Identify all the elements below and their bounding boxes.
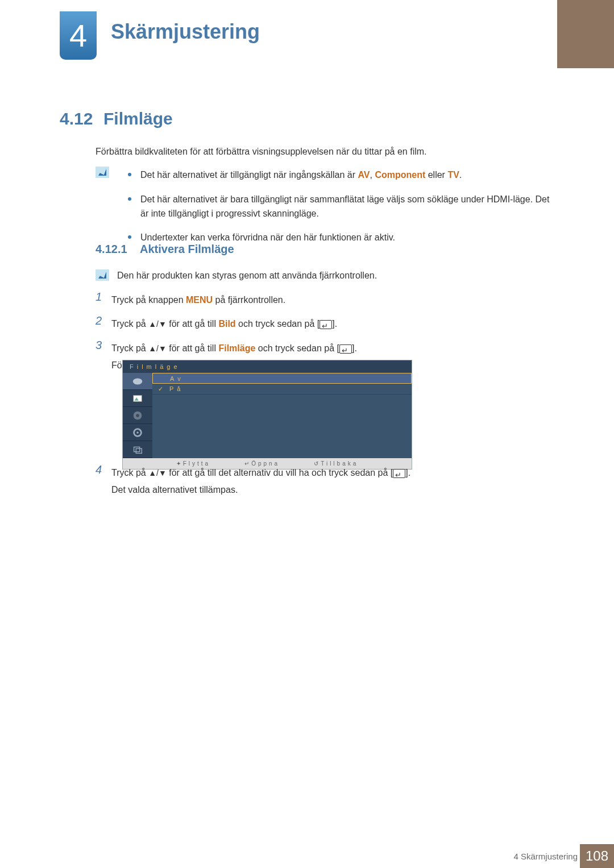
intro-paragraph: Förbättra bildkvaliteten för att förbätt… xyxy=(96,147,427,157)
osd-sidebar xyxy=(123,373,152,458)
text: ]. xyxy=(352,343,357,353)
step-1: 1 Tryck på knappen MENU på fjärrkontroll… xyxy=(96,290,550,309)
step-number: 1 xyxy=(96,290,111,304)
svg-rect-1 xyxy=(134,395,142,401)
step-2: 2 Tryck på ▲/▼ för att gå till Bild och … xyxy=(96,314,550,333)
text: Tryck på xyxy=(111,468,148,477)
svg-rect-8 xyxy=(136,448,142,453)
text: Det här alternativet är tillgängligt när… xyxy=(140,170,358,180)
text: Tryck på knappen xyxy=(111,295,186,305)
svg-rect-7 xyxy=(134,447,140,451)
osd-tab-input-icon xyxy=(123,373,152,390)
step-4: 4 Tryck på ▲/▼ för att gå till det alter… xyxy=(96,463,550,505)
osd-content: Av ✓ På xyxy=(152,373,412,458)
page-footer: 4 Skärmjustering 108 xyxy=(0,844,614,868)
highlight: Filmläge xyxy=(218,343,255,353)
highlight: TV xyxy=(447,170,459,180)
osd-title: Filmläge xyxy=(123,360,412,373)
up-down-arrow-icon: ▲/▼ xyxy=(148,319,167,329)
enter-icon xyxy=(393,469,405,478)
svg-point-6 xyxy=(136,431,139,434)
osd-tab-sound-icon xyxy=(123,407,152,424)
osd-empty xyxy=(152,394,412,435)
text: på fjärrkontrollen. xyxy=(213,295,285,305)
step-text: Tryck på ▲/▼ för att gå till Bild och tr… xyxy=(111,314,337,333)
subsection-number: 4.12.1 xyxy=(96,243,127,256)
highlight: Bild xyxy=(218,319,235,329)
enter-icon xyxy=(339,344,352,354)
remote-note: Den här produkten kan styras genom att a… xyxy=(117,271,377,281)
osd-tab-setup-icon xyxy=(123,424,152,441)
section-number: 4.12 xyxy=(60,109,93,128)
text: för att gå till det alternativ du vill h… xyxy=(167,468,393,477)
note-icon xyxy=(96,167,109,178)
footer-chapter-label: 4 Skärmjustering xyxy=(513,852,578,861)
osd-option-on: ✓ På xyxy=(152,384,412,394)
osd-screenshot: Filmläge Av ✓ xyxy=(122,360,412,470)
step-text: Tryck på knappen MENU på fjärrkontrollen… xyxy=(111,290,285,309)
text: . xyxy=(459,170,462,180)
text: eller xyxy=(425,170,447,180)
osd-tab-multi-icon xyxy=(123,441,152,458)
osd-option-off: Av xyxy=(152,373,412,384)
text: Det valda alternativet tillämpas. xyxy=(111,485,238,495)
note-text: Det här alternativet är bara tillgänglig… xyxy=(140,193,551,221)
subsection-title: Aktivera Filmläge xyxy=(140,243,234,256)
text: och tryck sedan på [ xyxy=(236,319,320,329)
text: och tryck sedan på [ xyxy=(255,343,339,353)
osd-option-label: På xyxy=(169,385,184,392)
note-item: Det här alternativet är bara tillgänglig… xyxy=(128,193,551,221)
text: Tryck på xyxy=(111,319,148,329)
section-title: Filmläge xyxy=(103,109,173,128)
text: Tryck på xyxy=(111,343,148,353)
osd-tab-picture-icon xyxy=(123,390,152,407)
bullet-icon xyxy=(128,197,131,201)
note-text: Det här alternativet är tillgängligt när… xyxy=(140,168,462,182)
osd-option-label: Av xyxy=(170,375,184,382)
up-down-arrow-icon: ▲/▼ xyxy=(148,344,167,353)
step-number: 4 xyxy=(96,463,111,476)
note-icon xyxy=(96,269,109,281)
step-text: Tryck på ▲/▼ för att gå till det alterna… xyxy=(111,463,410,499)
highlight: MENU xyxy=(186,295,213,305)
bullet-icon xyxy=(128,235,131,239)
step-number: 2 xyxy=(96,314,111,327)
text: för att gå till xyxy=(167,343,219,353)
text: ]. xyxy=(332,319,337,329)
highlight: AV xyxy=(358,170,370,180)
step-number: 3 xyxy=(96,339,111,352)
up-down-arrow-icon: ▲/▼ xyxy=(148,468,167,477)
chapter-number-badge: 4 xyxy=(60,11,97,60)
text: ]. xyxy=(405,468,410,477)
osd-check-icon: ✓ xyxy=(158,385,164,393)
page-number: 108 xyxy=(580,844,614,868)
chapter-title: Skärmjustering xyxy=(111,20,260,44)
bullet-icon xyxy=(128,173,131,176)
header-accent xyxy=(557,0,614,68)
highlight: Component xyxy=(375,170,425,180)
text: för att gå till xyxy=(167,319,219,329)
note-item: Det här alternativet är tillgängligt när… xyxy=(128,168,551,182)
svg-point-0 xyxy=(133,378,143,384)
svg-point-4 xyxy=(136,414,139,417)
enter-icon xyxy=(320,320,332,329)
